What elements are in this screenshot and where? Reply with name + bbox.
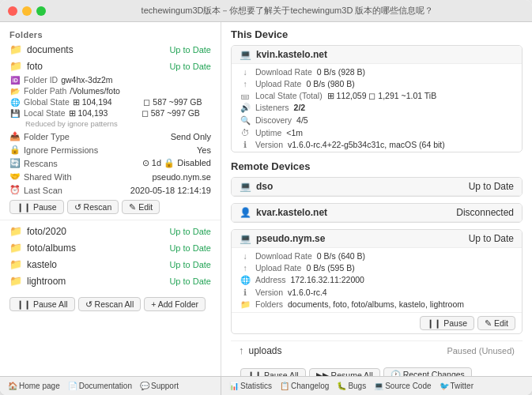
- left-panel: Folders 📁 documents Up to Date 📁 foto Up…: [0, 22, 221, 376]
- folder-icon: 📁: [9, 43, 22, 55]
- pseudo-edit-button[interactable]: ✎ Edit: [477, 316, 515, 330]
- shared-with-value: pseudo.nym.se: [152, 172, 211, 182]
- footer-documentation[interactable]: 📄 Documentation: [65, 380, 135, 392]
- folder-foto2020-status: Up to Date: [169, 227, 211, 236]
- footer-twitter[interactable]: 🐦 Twitter: [436, 380, 477, 392]
- global-state-extra: ◻ 587 ~997 GB: [143, 97, 211, 107]
- local-state-extra: ◻ 587 ~997 GB: [141, 108, 211, 118]
- uploads-icon: ↑: [239, 344, 244, 356]
- footer-homepage[interactable]: 🏠 Home page: [5, 380, 63, 392]
- add-folder-button[interactable]: + Add Folder: [144, 297, 206, 311]
- folder-id-icon: 🆔: [9, 76, 21, 85]
- discovery-icon: 🔍: [240, 115, 251, 126]
- uploads-status: Paused (Unused): [447, 346, 515, 356]
- folder-foto2020[interactable]: 📁 foto/2020 Up to Date: [0, 223, 221, 239]
- footer-twitter-label: Twitter: [451, 382, 474, 390]
- this-device-listeners: 🔊 Listeners 2/2: [240, 101, 514, 114]
- pseudo-pause-button[interactable]: ❙❙ Pause: [420, 316, 474, 330]
- download-label: Download Rate: [255, 67, 312, 77]
- left-scroll: Folders 📁 documents Up to Date 📁 foto Up…: [0, 22, 221, 376]
- meta-last-scan: ⏰ Last Scan 2020-05-18 12:14:19: [0, 183, 221, 197]
- footer-right: 📊 Statistics 📋 Changelog 🐛 Bugs 💻 Source…: [221, 377, 532, 395]
- changelog-icon: 📋: [280, 382, 289, 390]
- uploads-row[interactable]: ↑ uploads Paused (Unused): [231, 340, 523, 359]
- pseudo-address-label: Address: [255, 275, 286, 284]
- folder-lightroom-name: lightroom: [27, 276, 164, 287]
- footer-bugs[interactable]: 🐛 Bugs: [334, 380, 369, 392]
- remote-pseudo-header[interactable]: 💻 pseudo.nym.se Up to Date: [232, 230, 522, 248]
- pause-button[interactable]: ❙❙ Pause: [9, 200, 64, 214]
- folders-section-header: Folders: [0, 27, 221, 41]
- folder-kastelo[interactable]: 📁 kastelo Up to Date: [0, 256, 221, 273]
- local-state-icon: 💾: [9, 109, 21, 118]
- footer: 🏠 Home page 📄 Documentation 💬 Support 📊 …: [0, 376, 532, 395]
- folder-lightroom[interactable]: 📁 lightroom Up to Date: [0, 273, 221, 289]
- this-device-discovery: 🔍 Discovery 4/5: [240, 114, 514, 126]
- folder-type-value: Send Only: [171, 132, 211, 141]
- footer-source-label: Source Code: [385, 382, 431, 390]
- local-state-total-icon: 🖴: [240, 91, 251, 100]
- folder-documents[interactable]: 📁 documents Up to Date: [0, 41, 221, 58]
- pseudo-version: ℹ Version v1.6.0-rc.4: [240, 286, 514, 298]
- remote-pause-all-button[interactable]: ❙❙ Pause All: [240, 368, 306, 377]
- folder-icon: 📁: [9, 225, 22, 237]
- remote-recent-changes-button[interactable]: 🕐 Recent Changes: [383, 367, 472, 376]
- footer-support[interactable]: 💬 Support: [137, 380, 182, 392]
- this-device-block: 💻 kvin.kastelo.net ↓ Download Rate 0 B/s…: [231, 45, 523, 152]
- maximize-button[interactable]: [36, 6, 46, 16]
- pause-all-button[interactable]: ❙❙ Pause All: [9, 297, 75, 311]
- rescan-button[interactable]: ↺ Rescan: [67, 200, 119, 214]
- pseudo-folders-icon: 📁: [240, 299, 251, 310]
- pseudo-upload-value: 0 B/s (595 B): [306, 263, 354, 273]
- download-icon: ↓: [240, 67, 251, 77]
- meta-local-state: 💾 Local State ⊞ 104,193 ◻ 587 ~997 GB: [0, 107, 221, 118]
- this-device-upload: ↑ Upload Rate 0 B/s (980 B): [240, 77, 514, 89]
- folder-fotoalbums[interactable]: 📁 foto/albums Up to Date: [0, 239, 221, 256]
- folder-foto2020-name: foto/2020: [27, 226, 164, 237]
- pseudo-download-icon: ↓: [240, 251, 251, 261]
- download-value: 0 B/s (928 B): [317, 67, 365, 77]
- folder-foto-name: foto: [27, 61, 164, 72]
- pseudo-version-value: v1.6.0-rc.4: [288, 288, 327, 297]
- main-content: Folders 📁 documents Up to Date 📁 foto Up…: [0, 22, 532, 376]
- shared-with-label: Shared With: [24, 172, 149, 182]
- remote-pseudo-icon: 💻: [240, 233, 251, 244]
- app-window: techewingum3D版本－你想要了解关于techewingum3D 版本的…: [0, 0, 532, 395]
- this-device-name: kvin.kastelo.net: [256, 49, 514, 60]
- home-icon: 🏠: [8, 382, 17, 390]
- pseudo-download-value: 0 B/s (640 B): [317, 251, 365, 261]
- reduced-note: Reduced by ignore patterns: [16, 118, 221, 130]
- remote-pseudo-meta: ↓ Download Rate 0 B/s (640 B) ↑ Upload R…: [232, 248, 522, 312]
- meta-shared-with: 🤝 Shared With pseudo.nym.se: [0, 170, 221, 183]
- bugs-icon: 🐛: [337, 382, 346, 390]
- remote-devices-title: Remote Devices: [231, 160, 523, 172]
- folder-path-icon: 📂: [9, 87, 21, 96]
- remote-resume-all-button[interactable]: ▶▶ Resume All: [309, 368, 380, 377]
- remote-kvar-name: kvar.kastelo.net: [256, 207, 451, 218]
- footer-source-code[interactable]: 💻 Source Code: [371, 380, 434, 392]
- shared-with-icon: 🤝: [9, 171, 21, 182]
- remote-kvar-header[interactable]: 👤 kvar.kastelo.net Disconnected: [232, 204, 522, 222]
- remote-dso-header[interactable]: 💻 dso Up to Date: [232, 178, 522, 196]
- pseudo-address: 🌐 Address 172.16.32.11:22000: [240, 273, 514, 286]
- pseudo-address-value: 172.16.32.11:22000: [291, 275, 364, 284]
- minimize-button[interactable]: [22, 6, 32, 16]
- right-scroll: This Device 💻 kvin.kastelo.net ↓ Downloa…: [221, 22, 532, 376]
- footer-changelog[interactable]: 📋 Changelog: [277, 380, 332, 392]
- rescan-all-button[interactable]: ↺ Rescan All: [78, 297, 141, 311]
- meta-folder-type: 📤 Folder Type Send Only: [0, 130, 221, 143]
- folder-foto-status: Up to Date: [169, 62, 211, 71]
- doc-icon: 📄: [68, 382, 77, 390]
- this-device-version: ℹ Version v1.6.0-rc.4+22-g5b34c31c, macO…: [240, 138, 514, 150]
- folder-foto[interactable]: 📁 foto Up to Date: [0, 58, 221, 74]
- pseudo-upload-icon: ↑: [240, 263, 251, 273]
- footer-statistics[interactable]: 📊 Statistics: [226, 380, 275, 392]
- footer-homepage-label: Home page: [19, 382, 60, 390]
- global-state-icon: 🌐: [9, 98, 21, 107]
- close-button[interactable]: [8, 6, 17, 16]
- this-device-title: This Device: [231, 28, 523, 40]
- pseudo-upload-label: Upload Rate: [255, 263, 301, 273]
- local-state-value: ⊞ 104,193: [69, 108, 138, 118]
- edit-button[interactable]: ✎ Edit: [122, 200, 160, 214]
- global-state-value: ⊞ 104,194: [73, 97, 141, 107]
